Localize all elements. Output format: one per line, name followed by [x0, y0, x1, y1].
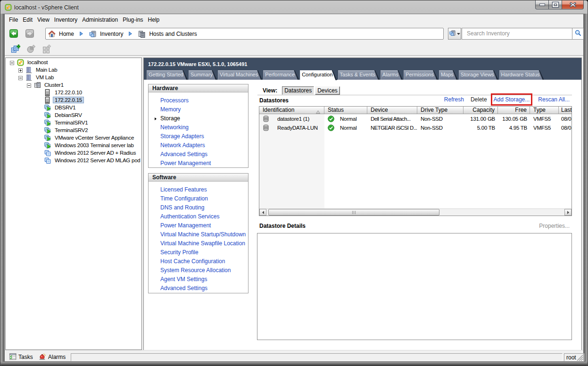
software-link-advanced-settings[interactable]: Advanced Settings: [149, 284, 248, 293]
collapse-icon[interactable]: [27, 83, 31, 87]
collapse-icon[interactable]: [10, 60, 14, 65]
tree-item-terminalsrv1[interactable]: TerminalSRV1: [6, 119, 141, 126]
scroll-right-arrow[interactable]: [564, 209, 571, 216]
tree-item-terminalsrv2[interactable]: TerminalSRV2: [6, 126, 141, 134]
software-link-security-profile[interactable]: Security Profile: [149, 248, 248, 257]
tree-item-windows-2003-terminal-server-lab[interactable]: Windows 2003 Terminal server lab: [6, 141, 141, 149]
tab-storage-views[interactable]: Storage Views: [459, 70, 498, 80]
hardware-link-network-adapters[interactable]: Network Adapters: [149, 141, 248, 150]
new-resource-pool-button[interactable]: [26, 44, 36, 54]
minimize-button[interactable]: [535, 0, 549, 9]
menu-view[interactable]: View: [35, 15, 52, 25]
tree-item-windows-2012-server-ad-radius[interactable]: Windows 2012 Server AD + Radius: [6, 149, 141, 157]
tab-maps[interactable]: Maps: [439, 70, 458, 80]
tree-item-debiansrv[interactable]: DebianSRV: [6, 111, 141, 119]
column-header-last[interactable]: Last: [559, 107, 571, 114]
search-input[interactable]: Search Inventory: [462, 28, 572, 40]
alarms-button[interactable]: Alarms: [39, 353, 66, 361]
tree-item-172.22.0.10[interactable]: 172.22.0.10: [6, 89, 141, 96]
collapse-icon[interactable]: [18, 75, 23, 80]
action-rescan-all-[interactable]: Rescan All...: [538, 96, 570, 103]
software-link-time-configuration[interactable]: Time Configuration: [149, 194, 248, 203]
tab-hardware-status[interactable]: Hardware Status: [499, 70, 544, 80]
menu-edit[interactable]: Edit: [20, 15, 35, 25]
column-header-status[interactable]: Status: [324, 107, 367, 114]
software-link-dns-and-routing[interactable]: DNS and Routing: [149, 203, 248, 212]
tree-item-label[interactable]: 172.22.0.10: [53, 89, 84, 96]
software-link-system-resource-allocation[interactable]: System Resource Allocation: [149, 266, 248, 275]
tab-virtual-machines[interactable]: Virtual Machines: [218, 70, 262, 80]
scroll-left-arrow[interactable]: [259, 209, 266, 216]
tree-item-main-lab[interactable]: Main Lab: [6, 66, 141, 74]
tree-item-label[interactable]: Cluster1: [42, 82, 66, 88]
column-header-capacity[interactable]: Capacity: [464, 107, 498, 114]
new-virtual-machine-button[interactable]: [42, 44, 51, 54]
software-link-authentication-services[interactable]: Authentication Services: [149, 212, 248, 221]
menu-plug-ins[interactable]: Plug-ins: [120, 15, 145, 25]
tab-alarms[interactable]: Alarms: [381, 70, 403, 80]
column-header-type[interactable]: Type: [530, 107, 559, 114]
hardware-link-power-management[interactable]: Power Management: [149, 159, 248, 168]
tree-item-label[interactable]: Windows 2003 Terminal server lab: [53, 142, 136, 149]
forward-button[interactable]: [25, 29, 34, 38]
hardware-link-storage[interactable]: Storage: [149, 114, 248, 123]
column-header-device[interactable]: Device: [367, 107, 417, 114]
action-refresh[interactable]: Refresh: [444, 96, 464, 103]
column-header-drive-type[interactable]: Drive Type: [417, 107, 464, 114]
tree-item-label[interactable]: Main Lab: [34, 67, 59, 73]
tree-item-label[interactable]: Windows 2012 Server AD + Radius: [53, 150, 138, 156]
software-link-host-cache-configuration[interactable]: Host Cache Configuration: [149, 257, 248, 266]
software-link-licensed-features[interactable]: Licensed Features: [149, 185, 248, 194]
tree-item-vmware-vcenter-server-appliance[interactable]: VMware vCenter Server Appliance: [6, 134, 141, 141]
tree-item-dbsrv1[interactable]: DBSRV1: [6, 104, 141, 111]
tab-performance[interactable]: Performance: [263, 70, 299, 80]
tree-item-label[interactable]: DBSRV1: [53, 104, 77, 111]
tab-configuration[interactable]: Configuration: [300, 70, 337, 80]
software-link-power-management[interactable]: Power Management: [149, 221, 248, 230]
action-add-storage-[interactable]: Add Storage...: [494, 96, 530, 103]
breadcrumb-item-home[interactable]: Home: [48, 30, 74, 37]
tab-permissions[interactable]: Permissions: [404, 70, 438, 80]
expand-icon[interactable]: [18, 68, 23, 72]
resize-grip[interactable]: [576, 354, 583, 361]
action-delete[interactable]: Delete: [471, 96, 487, 103]
tab-tasks-events[interactable]: Tasks & Events: [338, 70, 380, 80]
column-header-identification[interactable]: Identification: [259, 107, 324, 114]
tree-item-label[interactable]: VM Lab: [34, 74, 56, 81]
tree-item-label[interactable]: TerminalSRV1: [53, 119, 90, 126]
tree-item-label[interactable]: Windows 2012 Server AD MLAG pod: [53, 157, 142, 164]
tree-item-label[interactable]: 172.22.0.15: [53, 97, 84, 103]
properties-link[interactable]: Properties...: [539, 221, 570, 231]
close-button[interactable]: [562, 0, 584, 9]
back-button[interactable]: [9, 29, 18, 38]
menu-file[interactable]: File: [7, 15, 20, 25]
datastore-row-datastore1-1-[interactable]: datastore1 (1) NormalDell Serial Attach.…: [259, 114, 571, 123]
menu-help[interactable]: Help: [146, 15, 162, 25]
menu-inventory[interactable]: Inventory: [52, 15, 80, 25]
tree-item-172.22.0.15[interactable]: 172.22.0.15: [6, 96, 141, 104]
hardware-link-networking[interactable]: Networking: [149, 123, 248, 132]
tab-summary[interactable]: Summary: [189, 70, 217, 80]
tree-item-cluster1[interactable]: Cluster1: [6, 81, 141, 89]
tree-item-label[interactable]: localhost: [25, 59, 50, 66]
menu-administration[interactable]: Administration: [80, 15, 120, 25]
software-link-agent-vm-settings[interactable]: Agent VM Settings: [149, 275, 248, 284]
hardware-link-storage-adapters[interactable]: Storage Adapters: [149, 132, 248, 141]
scrollbar-thumb[interactable]: [268, 209, 439, 216]
view-button-datastores[interactable]: Datastores: [282, 86, 314, 95]
datastore-row-readydata-lun[interactable]: ReadyDATA-LUN NormalNETGEAR iSCSI D...No…: [259, 123, 571, 132]
add-host-button[interactable]: [11, 44, 20, 54]
view-button-devices[interactable]: Devices: [315, 86, 340, 95]
hardware-link-advanced-settings[interactable]: Advanced Settings: [149, 150, 248, 159]
column-header-free[interactable]: Free: [498, 107, 530, 114]
maximize-button[interactable]: [549, 0, 562, 9]
search-button[interactable]: [572, 28, 584, 40]
hardware-link-memory[interactable]: Memory: [149, 105, 248, 114]
tree-item-windows-2012-server-ad-mlag-pod[interactable]: Windows 2012 Server AD MLAG pod: [6, 157, 141, 164]
hardware-link-processors[interactable]: Processors: [149, 96, 248, 105]
tree-item-label[interactable]: TerminalSRV2: [53, 127, 90, 133]
software-link-virtual-machine-startup-shutdown[interactable]: Virtual Machine Startup/Shutdown: [149, 230, 248, 239]
breadcrumb-item-hosts-and-clusters[interactable]: Hosts and Clusters: [138, 30, 197, 38]
breadcrumb-item-inventory[interactable]: Inventory: [89, 30, 123, 38]
tree-item-label[interactable]: VMware vCenter Server Appliance: [53, 134, 136, 141]
